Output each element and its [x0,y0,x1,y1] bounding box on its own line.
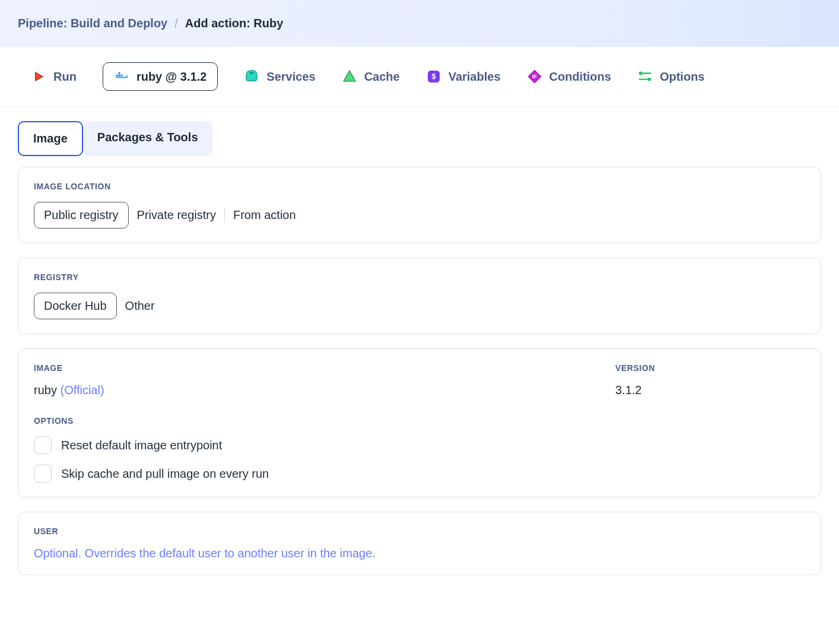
option-reset-entrypoint-label: Reset default image entrypoint [61,439,222,452]
tab-options-label: Options [660,70,705,84]
cache-icon [342,69,357,84]
tab-options[interactable]: Options [637,69,705,84]
tab-conditions[interactable]: IF Conditions [527,69,611,84]
checkbox-skip-cache[interactable] [34,465,52,483]
registry-other[interactable]: Other [125,299,155,313]
image-location-public[interactable]: Public registry [34,202,129,229]
card-user: USER [18,512,821,575]
svg-rect-3 [118,72,120,74]
breadcrumb-separator: / [174,17,178,30]
tab-cache[interactable]: Cache [342,69,400,84]
tab-variables[interactable]: $ Variables [426,69,501,84]
tab-variables-label: Variables [449,70,501,84]
checkbox-reset-entrypoint[interactable] [34,436,52,454]
image-location-label: IMAGE LOCATION [34,182,805,191]
user-input[interactable] [34,547,805,560]
breadcrumb: Pipeline: Build and Deploy / Add action:… [0,0,839,47]
svg-rect-0 [116,75,117,77]
breadcrumb-pipeline[interactable]: Pipeline: Build and Deploy [18,17,167,30]
services-icon [244,69,259,84]
option-skip-cache[interactable]: Skip cache and pull image on every run [34,465,805,483]
card-image: IMAGE ruby (Official) VERSION 3.1.2 OPTI… [18,348,821,497]
card-registry: REGISTRY Docker Hub Other [18,258,821,334]
divider [224,208,225,223]
svg-text:IF: IF [532,74,538,80]
options-icon [637,69,653,84]
option-skip-cache-label: Skip cache and pull image on every run [61,467,269,481]
registry-dockerhub[interactable]: Docker Hub [34,293,117,319]
docker-icon [114,69,129,84]
options-label: OPTIONS [34,416,805,426]
subtab-image[interactable]: Image [18,121,83,156]
card-image-location: IMAGE LOCATION Public registry Private r… [18,167,821,243]
svg-rect-1 [118,75,120,77]
image-official-badge: (Official) [60,383,104,396]
registry-label: REGISTRY [34,272,805,282]
image-location-private[interactable]: Private registry [137,208,216,222]
image-location-from-action[interactable]: From action [233,208,296,222]
tab-run-label: Run [53,70,77,84]
tab-run[interactable]: Run [31,69,77,84]
image-name: ruby [34,383,57,396]
variables-icon: $ [426,69,441,84]
breadcrumb-current: Add action: Ruby [185,17,284,30]
tab-environment[interactable]: ruby @ 3.1.2 [103,62,218,91]
main-tabs: Run ruby @ 3.1.2 Services Cache $ Var [0,47,839,107]
svg-point-10 [647,78,651,81]
svg-text:$: $ [431,72,436,81]
play-icon [31,69,46,84]
tab-services[interactable]: Services [244,69,315,84]
conditions-icon: IF [527,69,542,84]
option-reset-entrypoint[interactable]: Reset default image entrypoint [34,436,805,454]
subtab-packages[interactable]: Packages & Tools [83,121,212,156]
tab-services-label: Services [266,70,315,84]
user-label: USER [34,526,805,536]
version-field-label: VERSION [615,363,805,373]
tab-conditions-label: Conditions [549,70,611,84]
svg-rect-2 [120,75,122,77]
image-field-label: IMAGE [34,363,615,373]
tab-cache-label: Cache [364,70,400,84]
sub-tabs: Image Packages & Tools [0,107,839,156]
svg-point-8 [639,72,643,75]
version-field-value[interactable]: 3.1.2 [615,383,805,397]
svg-rect-4 [250,72,254,74]
tab-environment-label: ruby @ 3.1.2 [136,70,206,84]
image-field-value[interactable]: ruby (Official) [34,383,615,397]
